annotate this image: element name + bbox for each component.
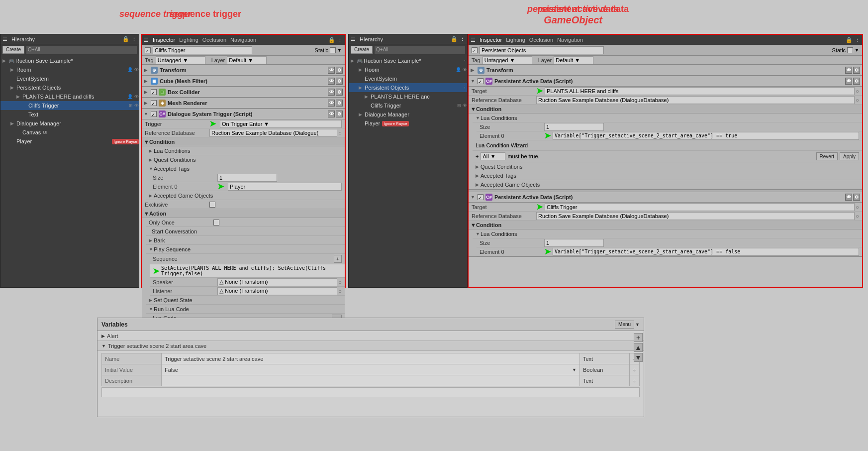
- static-arrow[interactable]: ▼: [337, 48, 342, 53]
- ref-db1-value[interactable]: Ruction Save Example Database (DialogueD…: [536, 96, 855, 104]
- object-active-checkbox-r[interactable]: [472, 47, 478, 53]
- accepted-tags-section[interactable]: ▼ Accepted Tags: [146, 164, 345, 173]
- gear-icon-s2[interactable]: ⚙: [853, 194, 860, 201]
- menu-button[interactable]: Menu: [615, 321, 634, 329]
- tree-item-ruction[interactable]: ▶ 🎮 Ruction Save Example*: [0, 56, 139, 65]
- left-create-button[interactable]: Create: [2, 46, 24, 54]
- tab-occlusion-r[interactable]: Occlusion: [529, 37, 553, 43]
- listener-value[interactable]: △ None (Transform): [217, 287, 337, 295]
- var-down-btn[interactable]: ▼: [634, 353, 643, 362]
- tree-item-text[interactable]: Text: [0, 110, 139, 119]
- gear-icon-r[interactable]: ⚙: [853, 67, 860, 74]
- lock-icon[interactable]: 🔒: [451, 36, 458, 42]
- run-lua-code-section[interactable]: ▼ Run Lua Code: [146, 305, 345, 314]
- tab-lighting-r[interactable]: Lighting: [506, 37, 525, 43]
- description-type-arrow[interactable]: ÷: [630, 375, 640, 386]
- tree-item-eventsystem[interactable]: EventSystem: [0, 74, 139, 83]
- layer-dropdown[interactable]: Default ▼: [227, 56, 267, 64]
- speaker-value[interactable]: △ None (Transform): [217, 278, 337, 286]
- tab-occlusion[interactable]: Occlusion: [202, 37, 226, 43]
- description-value-cell[interactable]: [162, 375, 580, 386]
- right-create-button[interactable]: Create: [351, 46, 373, 54]
- quest-conditions1-section[interactable]: ▶ Quest Conditions: [473, 162, 862, 171]
- target1-value[interactable]: PLANTS ALL HERE and cliffs: [545, 87, 855, 95]
- tree-item-cliffs2[interactable]: Cliffs Trigger ⊞ 👁: [349, 101, 467, 110]
- right-search-input[interactable]: Q+All: [375, 46, 465, 54]
- lua-conditions-section[interactable]: ▶ Lua Conditions: [146, 146, 345, 155]
- ref-db1-circle[interactable]: ○: [856, 97, 859, 103]
- element01-value[interactable]: Variable["Trigger_setactive_scene_2_star…: [553, 132, 859, 140]
- tree-item-dialogue[interactable]: ▶ Dialogue Manager: [0, 119, 139, 128]
- tree-item-cliffs[interactable]: Cliffs Trigger ⊞ 👁: [0, 101, 139, 110]
- lock-icon[interactable]: 🔒: [328, 37, 335, 43]
- gear-icon[interactable]: ⚙: [336, 89, 343, 96]
- trigger-dropdown[interactable]: On Trigger Enter ▼: [220, 120, 342, 128]
- exclusive-checkbox[interactable]: [209, 202, 215, 208]
- only-once-checkbox[interactable]: [213, 220, 219, 226]
- object-name-input[interactable]: [153, 46, 252, 54]
- gear-icon[interactable]: ⚙: [336, 111, 343, 117]
- tab-inspector[interactable]: Inspector: [153, 37, 175, 43]
- initial-value-cell[interactable]: False ▼: [162, 364, 580, 375]
- eye-icon-r[interactable]: 👁: [845, 67, 852, 74]
- dots-icon[interactable]: ⋮: [460, 36, 465, 42]
- tree-item-eventsystem2[interactable]: EventSystem: [349, 74, 467, 83]
- tab-inspector-r[interactable]: Inspector: [480, 37, 502, 43]
- tree-item-player2[interactable]: Player Ignore Rayce: [349, 119, 467, 128]
- eye-icon[interactable]: 👁: [328, 78, 335, 85]
- element02-value[interactable]: Variable["Trigger_setactive_scene_2_star…: [553, 248, 859, 256]
- tab-navigation-r[interactable]: Navigation: [557, 37, 583, 43]
- eye-icon-s2[interactable]: 👁: [845, 194, 852, 201]
- lock-icon-r[interactable]: 🔒: [846, 37, 853, 43]
- object-active-checkbox[interactable]: [145, 47, 151, 53]
- sequence-add-btn[interactable]: +: [334, 255, 342, 263]
- name-value-cell[interactable]: Trigger setactive scene 2 start area cav…: [162, 353, 580, 364]
- gear-icon-s1[interactable]: ⚙: [853, 78, 860, 85]
- apply-button[interactable]: Apply: [840, 152, 859, 160]
- play-sequence-section[interactable]: ▼ Play Sequence: [146, 245, 345, 254]
- size2-value[interactable]: 1: [544, 239, 604, 247]
- ref-db-value[interactable]: Ruction Save Example Database (Dialogue(: [209, 129, 337, 137]
- alert-item[interactable]: ▶ Alert: [97, 331, 644, 341]
- script-active-checkbox[interactable]: [151, 111, 157, 117]
- target2-circle[interactable]: ○: [856, 204, 859, 210]
- ref-db2-value[interactable]: Ruction Save Example Database (DialogueD…: [536, 212, 855, 220]
- static-checkbox[interactable]: [330, 47, 336, 53]
- set-quest-state-section[interactable]: ▶ Set Quest State: [146, 296, 345, 305]
- tab-lighting[interactable]: Lighting: [179, 37, 198, 43]
- gear-icon[interactable]: ⚙: [336, 78, 343, 85]
- target2-value[interactable]: Cliffs Trigger: [545, 203, 855, 211]
- gear-icon[interactable]: ⚙: [336, 67, 343, 74]
- tree-item-plants[interactable]: ▶ PLANTS ALL HERE and cliffs 👤 👁: [0, 92, 139, 101]
- static-checkbox-r[interactable]: [847, 47, 853, 53]
- var-add-btn[interactable]: +: [634, 333, 643, 342]
- speaker-circle[interactable]: ○: [338, 279, 342, 285]
- tree-item-canvas[interactable]: Canvas UI: [0, 128, 139, 137]
- size-value[interactable]: 1: [217, 174, 277, 182]
- size1-value[interactable]: 1: [544, 123, 604, 131]
- eye-icon[interactable]: 👁: [328, 111, 335, 117]
- tab-navigation[interactable]: Navigation: [230, 37, 256, 43]
- eye-icon[interactable]: 👁: [328, 67, 335, 74]
- ref-db-circle[interactable]: ○: [338, 130, 342, 136]
- tree-item-player[interactable]: Player Ignore Rayce: [0, 137, 139, 146]
- element0-value[interactable]: Player: [228, 183, 342, 191]
- listener-circle[interactable]: ○: [338, 288, 342, 294]
- renderer-active-checkbox[interactable]: [151, 100, 157, 106]
- tree-item-persistent[interactable]: ▶ Persistent Objects: [0, 83, 139, 92]
- script2-active-checkbox[interactable]: [478, 194, 483, 200]
- lock-icon[interactable]: 🔒: [122, 36, 129, 42]
- tree-item-plants2[interactable]: ▶ PLANTS ALL HERE anc: [349, 92, 467, 101]
- gear-icon[interactable]: ⚙: [336, 100, 343, 107]
- eye-icon[interactable]: 👁: [328, 100, 335, 107]
- tree-item-ruction2[interactable]: ▶ 🎮 Ruction Save Example* ⋮: [349, 56, 467, 65]
- script1-active-checkbox[interactable]: [478, 78, 483, 84]
- variable-group[interactable]: ▼ Trigger setactive scene 2 start area c…: [97, 341, 644, 351]
- lua-conditions2-section[interactable]: ▼ Lua Conditions: [473, 229, 862, 238]
- initial-value-type-arrow[interactable]: ÷: [630, 364, 640, 375]
- revert-button[interactable]: Revert: [816, 152, 838, 160]
- bark-section[interactable]: ▶ Bark: [146, 236, 345, 245]
- tag-dropdown-r[interactable]: Untagged ▼: [482, 56, 532, 64]
- lua-conditions1-section[interactable]: ▼ Lua Conditions: [473, 113, 862, 122]
- accepted-tags1-section[interactable]: ▶ Accepted Tags: [473, 171, 862, 180]
